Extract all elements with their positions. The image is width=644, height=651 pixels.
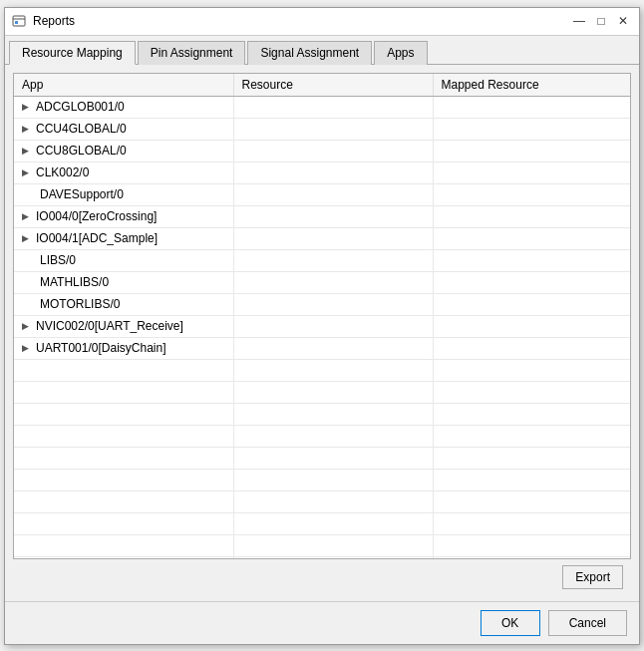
app-name: ADCGLOB001/0 bbox=[36, 100, 125, 114]
mapped-resource-cell bbox=[433, 315, 630, 337]
empty-cell bbox=[14, 403, 233, 425]
expand-arrow-icon[interactable]: ▶ bbox=[22, 233, 32, 243]
expand-arrow-icon[interactable]: ▶ bbox=[22, 211, 32, 221]
mapped-resource-cell bbox=[433, 140, 630, 162]
mapped-resource-cell bbox=[433, 96, 630, 118]
app-name: UART001/0[DaisyChain] bbox=[36, 341, 166, 355]
table-header-row: App Resource Mapped Resource bbox=[14, 74, 630, 97]
empty-cell bbox=[433, 512, 630, 534]
resource-cell bbox=[233, 205, 433, 227]
close-button[interactable]: ✕ bbox=[613, 11, 633, 31]
table-row[interactable]: ▶NVIC002/0[UART_Receive] bbox=[14, 315, 630, 337]
col-header-resource: Resource bbox=[233, 74, 433, 97]
mapped-resource-cell bbox=[433, 249, 630, 271]
svg-rect-2 bbox=[15, 21, 18, 24]
tabs-bar: Resource MappingPin AssignmentSignal Ass… bbox=[5, 36, 639, 65]
app-name: NVIC002/0[UART_Receive] bbox=[36, 319, 183, 333]
title-bar: Reports — □ ✕ bbox=[5, 8, 639, 36]
empty-row bbox=[14, 447, 630, 469]
table-body: ▶ADCGLOB001/0▶CCU4GLOBAL/0▶CCU8GLOBAL/0▶… bbox=[14, 96, 630, 559]
mapped-resource-cell bbox=[433, 162, 630, 183]
expand-arrow-icon[interactable]: ▶ bbox=[22, 321, 32, 331]
empty-cell bbox=[433, 359, 630, 381]
empty-cell bbox=[433, 490, 630, 512]
empty-cell bbox=[433, 403, 630, 425]
empty-row bbox=[14, 403, 630, 425]
empty-cell bbox=[233, 512, 433, 534]
resource-cell bbox=[233, 271, 433, 293]
empty-row bbox=[14, 359, 630, 381]
empty-row bbox=[14, 381, 630, 403]
app-name: CCU4GLOBAL/0 bbox=[36, 122, 127, 136]
main-window: Reports — □ ✕ Resource MappingPin Assign… bbox=[4, 7, 640, 645]
empty-row bbox=[14, 490, 630, 512]
empty-cell bbox=[433, 381, 630, 403]
expand-arrow-icon[interactable]: ▶ bbox=[22, 124, 32, 134]
tab-resource-mapping[interactable]: Resource Mapping bbox=[9, 41, 136, 65]
dialog-footer: OK Cancel bbox=[5, 601, 639, 644]
ok-button[interactable]: OK bbox=[481, 610, 540, 636]
export-button[interactable]: Export bbox=[562, 565, 623, 589]
resource-cell bbox=[233, 162, 433, 183]
mapped-resource-cell bbox=[433, 293, 630, 315]
minimize-button[interactable]: — bbox=[569, 11, 589, 31]
empty-row bbox=[14, 425, 630, 447]
table-row[interactable]: ▶ADCGLOB001/0 bbox=[14, 96, 630, 118]
col-header-app: App bbox=[14, 74, 233, 97]
expand-arrow-icon[interactable]: ▶ bbox=[22, 343, 32, 353]
empty-cell bbox=[233, 447, 433, 469]
mapped-resource-cell bbox=[433, 271, 630, 293]
table-row[interactable]: ▶IO004/1[ADC_Sample] bbox=[14, 227, 630, 249]
empty-cell bbox=[433, 534, 630, 556]
resource-cell bbox=[233, 293, 433, 315]
empty-cell bbox=[14, 425, 233, 447]
empty-cell bbox=[233, 490, 433, 512]
mapped-resource-cell bbox=[433, 118, 630, 140]
resource-cell bbox=[233, 337, 433, 359]
table-row[interactable]: ▶IO004/0[ZeroCrossing] bbox=[14, 205, 630, 227]
empty-cell bbox=[233, 381, 433, 403]
empty-row bbox=[14, 469, 630, 490]
tab-signal-assignment[interactable]: Signal Assignment bbox=[247, 41, 372, 65]
tab-apps[interactable]: Apps bbox=[374, 41, 427, 65]
empty-cell bbox=[14, 359, 233, 381]
app-name: CLK002/0 bbox=[36, 165, 89, 179]
table-row[interactable]: MATHLIBS/0 bbox=[14, 271, 630, 293]
expand-arrow-icon[interactable]: ▶ bbox=[22, 167, 32, 177]
empty-row bbox=[14, 534, 630, 556]
app-name: MATHLIBS/0 bbox=[40, 275, 109, 289]
resource-table: App Resource Mapped Resource ▶ADCGLOB001… bbox=[14, 74, 630, 559]
svg-rect-0 bbox=[13, 16, 25, 26]
resource-cell bbox=[233, 315, 433, 337]
empty-cell bbox=[14, 381, 233, 403]
expand-arrow-icon[interactable]: ▶ bbox=[22, 146, 32, 156]
window-icon bbox=[11, 13, 27, 29]
bottom-bar: Export bbox=[13, 559, 631, 593]
table-row[interactable]: ▶CLK002/0 bbox=[14, 162, 630, 183]
empty-cell bbox=[233, 425, 433, 447]
cancel-button[interactable]: Cancel bbox=[548, 610, 627, 636]
mapped-resource-cell bbox=[433, 183, 630, 205]
resource-cell bbox=[233, 249, 433, 271]
window-controls: — □ ✕ bbox=[569, 11, 633, 31]
table-container: App Resource Mapped Resource ▶ADCGLOB001… bbox=[13, 73, 631, 559]
resource-cell bbox=[233, 140, 433, 162]
table-row[interactable]: ▶CCU8GLOBAL/0 bbox=[14, 140, 630, 162]
table-row[interactable]: DAVESupport/0 bbox=[14, 183, 630, 205]
app-name: IO004/0[ZeroCrossing] bbox=[36, 209, 157, 223]
empty-cell bbox=[14, 534, 233, 556]
tab-pin-assignment[interactable]: Pin Assignment bbox=[138, 41, 246, 65]
window-title: Reports bbox=[33, 14, 569, 28]
resource-cell bbox=[233, 183, 433, 205]
app-name: DAVESupport/0 bbox=[40, 187, 124, 201]
empty-cell bbox=[233, 403, 433, 425]
app-name: CCU8GLOBAL/0 bbox=[36, 144, 127, 158]
empty-cell bbox=[433, 469, 630, 490]
table-row[interactable]: LIBS/0 bbox=[14, 249, 630, 271]
mapped-resource-cell bbox=[433, 227, 630, 249]
table-row[interactable]: ▶CCU4GLOBAL/0 bbox=[14, 118, 630, 140]
table-row[interactable]: ▶UART001/0[DaisyChain] bbox=[14, 337, 630, 359]
maximize-button[interactable]: □ bbox=[591, 11, 611, 31]
table-row[interactable]: MOTORLIBS/0 bbox=[14, 293, 630, 315]
expand-arrow-icon[interactable]: ▶ bbox=[22, 102, 32, 112]
